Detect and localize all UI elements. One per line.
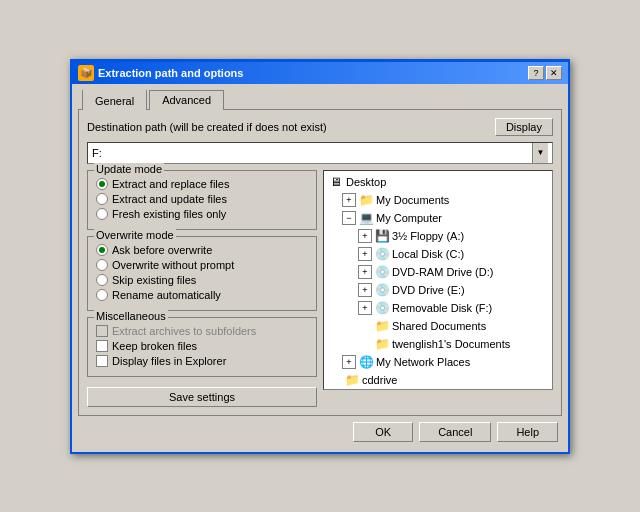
tab-panel-general: Destination path (will be created if doe… xyxy=(78,109,562,416)
tree-item-dvd[interactable]: + 💿 DVD Drive (E:) xyxy=(326,281,550,299)
help-titlebar-button[interactable]: ? xyxy=(528,66,544,80)
miscellaneous-group: Miscellaneous Extract archives to subfol… xyxy=(87,317,317,377)
display-button[interactable]: Display xyxy=(495,118,553,136)
mydocs-icon: 📁 xyxy=(358,192,374,208)
overwrite-option-2[interactable]: Skip existing files xyxy=(96,274,308,286)
misc-checkbox-1[interactable]: Keep broken files xyxy=(96,340,308,352)
misc-checkbox-2[interactable]: Display files in Explorer xyxy=(96,355,308,367)
overwrite-mode-group: Overwrite mode Ask before overwrite Over… xyxy=(87,236,317,311)
tree-item-user[interactable]: 📁 twenglish1's Documents xyxy=(326,335,550,353)
shared-icon: 📁 xyxy=(374,318,390,334)
expand-localdisk[interactable]: + xyxy=(358,247,372,261)
removable-icon: 💿 xyxy=(374,300,390,316)
misc-checkbox-2-label: Display files in Explorer xyxy=(112,355,226,367)
dialog-icon: 📦 xyxy=(78,65,94,81)
path-combo-arrow[interactable]: ▼ xyxy=(532,143,548,163)
tree-item-mydocs[interactable]: + 📁 My Documents xyxy=(326,191,550,209)
overwrite-option-0[interactable]: Ask before overwrite xyxy=(96,244,308,256)
user-icon: 📁 xyxy=(374,336,390,352)
path-value: F: xyxy=(92,147,102,159)
radio-extract-replace[interactable] xyxy=(96,178,108,190)
overwrite-option-2-label: Skip existing files xyxy=(112,274,196,286)
tree-item-removable[interactable]: + 💿 Removable Disk (F:) xyxy=(326,299,550,317)
tree-item-mycomputer[interactable]: − 💻 My Computer xyxy=(326,209,550,227)
dialog-content: General Advanced Destination path (will … xyxy=(72,84,568,452)
tree-item-cddrive-label: cddrive xyxy=(362,374,397,386)
update-mode-label: Update mode xyxy=(94,163,164,175)
tree-item-network[interactable]: + 🌐 My Network Places xyxy=(326,353,550,371)
tree-item-chat[interactable]: 📁 Chat Program xyxy=(326,389,550,390)
tree-item-localdisk[interactable]: + 💿 Local Disk (C:) xyxy=(326,245,550,263)
misc-label: Miscellaneous xyxy=(94,310,168,322)
titlebar: 📦 Extraction path and options ? ✕ xyxy=(72,62,568,84)
radio-rename-auto[interactable] xyxy=(96,289,108,301)
cancel-button[interactable]: Cancel xyxy=(419,422,491,442)
tree-item-dvdram-label: DVD-RAM Drive (D:) xyxy=(392,266,493,278)
overwrite-option-3[interactable]: Rename automatically xyxy=(96,289,308,301)
tree-item-floppy[interactable]: + 💾 3½ Floppy (A:) xyxy=(326,227,550,245)
tabs-container: General Advanced xyxy=(78,90,562,110)
help-button[interactable]: Help xyxy=(497,422,558,442)
tree-item-localdisk-label: Local Disk (C:) xyxy=(392,248,464,260)
dvd-icon: 💿 xyxy=(374,282,390,298)
update-option-2[interactable]: Fresh existing files only xyxy=(96,208,308,220)
expand-dvdram[interactable]: + xyxy=(358,265,372,279)
save-settings-button[interactable]: Save settings xyxy=(87,387,317,407)
path-combo[interactable]: F: ▼ xyxy=(87,142,553,164)
overwrite-mode-label: Overwrite mode xyxy=(94,229,176,241)
destination-row: Destination path (will be created if doe… xyxy=(87,118,553,136)
titlebar-left: 📦 Extraction path and options xyxy=(78,65,243,81)
expand-mycomputer[interactable]: − xyxy=(342,211,356,225)
overwrite-option-3-label: Rename automatically xyxy=(112,289,221,301)
expand-network[interactable]: + xyxy=(342,355,356,369)
left-panel: Update mode Extract and replace files Ex… xyxy=(87,170,317,407)
misc-checkbox-0: Extract archives to subfolders xyxy=(96,325,308,337)
dialog: 📦 Extraction path and options ? ✕ Genera… xyxy=(70,59,570,454)
mycomputer-icon: 💻 xyxy=(358,210,374,226)
overwrite-option-1-label: Overwrite without prompt xyxy=(112,259,234,271)
expand-mydocs[interactable]: + xyxy=(342,193,356,207)
expand-dvd[interactable]: + xyxy=(358,283,372,297)
tree-item-desktop[interactable]: 🖥 Desktop xyxy=(326,173,550,191)
misc-checkbox-1-label: Keep broken files xyxy=(112,340,197,352)
update-option-1-label: Extract and update files xyxy=(112,193,227,205)
dvdram-icon: 💿 xyxy=(374,264,390,280)
tab-general[interactable]: General xyxy=(82,89,147,110)
bottom-buttons: OK Cancel Help xyxy=(78,416,562,446)
main-area: Update mode Extract and replace files Ex… xyxy=(87,170,553,407)
tree-item-dvdram[interactable]: + 💿 DVD-RAM Drive (D:) xyxy=(326,263,550,281)
network-icon: 🌐 xyxy=(358,354,374,370)
misc-checkbox-0-label: Extract archives to subfolders xyxy=(112,325,256,337)
close-titlebar-button[interactable]: ✕ xyxy=(546,66,562,80)
overwrite-option-0-label: Ask before overwrite xyxy=(112,244,212,256)
tree-item-removable-label: Removable Disk (F:) xyxy=(392,302,492,314)
update-option-0[interactable]: Extract and replace files xyxy=(96,178,308,190)
ok-button[interactable]: OK xyxy=(353,422,413,442)
tree-item-dvd-label: DVD Drive (E:) xyxy=(392,284,465,296)
radio-ask-before[interactable] xyxy=(96,244,108,256)
checkbox-keep-broken[interactable] xyxy=(96,340,108,352)
tree-item-network-label: My Network Places xyxy=(376,356,470,368)
desktop-icon: 🖥 xyxy=(328,174,344,190)
tree-item-user-label: twenglish1's Documents xyxy=(392,338,510,350)
titlebar-buttons: ? ✕ xyxy=(528,66,562,80)
radio-extract-update[interactable] xyxy=(96,193,108,205)
radio-fresh-existing[interactable] xyxy=(96,208,108,220)
tree-item-shared[interactable]: 📁 Shared Documents xyxy=(326,317,550,335)
tree-item-floppy-label: 3½ Floppy (A:) xyxy=(392,230,464,242)
update-mode-group: Update mode Extract and replace files Ex… xyxy=(87,170,317,230)
radio-overwrite-without[interactable] xyxy=(96,259,108,271)
radio-skip-existing[interactable] xyxy=(96,274,108,286)
overwrite-option-1[interactable]: Overwrite without prompt xyxy=(96,259,308,271)
expand-floppy[interactable]: + xyxy=(358,229,372,243)
update-option-0-label: Extract and replace files xyxy=(112,178,229,190)
localdisk-icon: 💿 xyxy=(374,246,390,262)
tree-item-cddrive[interactable]: 📁 cddrive xyxy=(326,371,550,389)
tree-view[interactable]: 🖥 Desktop + 📁 My Documents − 💻 My Comput… xyxy=(323,170,553,390)
expand-removable[interactable]: + xyxy=(358,301,372,315)
checkbox-display-explorer[interactable] xyxy=(96,355,108,367)
update-option-1[interactable]: Extract and update files xyxy=(96,193,308,205)
tree-item-desktop-label: Desktop xyxy=(346,176,386,188)
tab-advanced[interactable]: Advanced xyxy=(149,90,224,110)
checkbox-extract-subfolders xyxy=(96,325,108,337)
